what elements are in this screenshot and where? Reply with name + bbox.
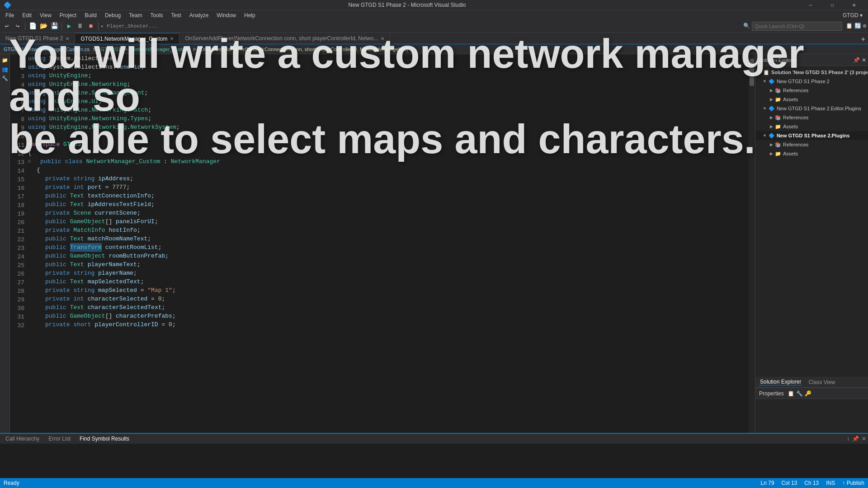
se-assets-ep[interactable]: ▶ 📁 Assets (755, 122, 868, 131)
code-line-7: using UnityEngine.Networking.Match; (28, 106, 749, 114)
solution-tree: ▼ 📋 Solution 'New GTGD S1 Phase 2' (3 pr… (755, 66, 868, 377)
se-references-pl[interactable]: ▶ 📚 References (755, 140, 868, 149)
tab-class-view[interactable]: Class View (807, 379, 836, 385)
ln-14: 14 (10, 167, 24, 175)
se-assets1[interactable]: ▶ 📁 Assets (755, 95, 868, 104)
prop-icon-1[interactable]: 📋 (788, 390, 794, 397)
menu-debug[interactable]: Debug (101, 11, 124, 19)
toolbar-sep2 (61, 22, 62, 30)
btab-find-symbol[interactable]: Find Symbol Results (76, 435, 133, 443)
bottom-content (0, 444, 868, 479)
right-panel-solution-btn[interactable]: Solution Explorer (757, 57, 799, 63)
menu-project[interactable]: Project (56, 11, 80, 19)
debug-stop-button[interactable]: ■ (86, 21, 96, 31)
assets-pl-icon: 📁 (775, 151, 781, 157)
ln-24: 24 (10, 253, 24, 261)
code-line-8: using UnityEngine.Networking.Types; (28, 114, 749, 123)
tab-solution-explorer[interactable]: Solution Explorer (759, 379, 802, 385)
properties-title: Properties (759, 390, 784, 397)
close-button[interactable]: ✕ (844, 0, 864, 10)
maximize-button[interactable]: □ (822, 0, 843, 10)
tab-solution-label: New GTGD S1 Phase 2 (5, 35, 63, 42)
prop-icon-3[interactable]: 🔑 (805, 390, 811, 397)
se-assets-pl[interactable]: ▶ 📁 Assets (755, 149, 868, 158)
menu-window[interactable]: Window (213, 11, 240, 19)
btab-close-icon[interactable]: ✕ (862, 436, 866, 442)
menu-view[interactable]: View (36, 11, 55, 19)
ln-12: 12 (10, 150, 24, 158)
bottom-tabs: Call Hierarchy Error List Find Symbol Re… (0, 434, 868, 444)
tab-onserveraddplayer[interactable]: OnServerAddPlayer(NetworkConnection conn… (179, 33, 390, 44)
settings-icon[interactable]: ⚙ (863, 23, 866, 29)
code-line-9: using UnityEngine.Networking.NetworkSyst… (28, 123, 749, 131)
menu-build[interactable]: Build (81, 11, 100, 19)
pl-icon: 🔷 (769, 133, 775, 139)
btab-call-hierarchy[interactable]: Call Hierarchy (2, 435, 43, 443)
tab-close-networkmanager[interactable]: ✕ (170, 36, 174, 41)
debug-start-button[interactable]: ▶ (64, 21, 74, 31)
toolbar-separator (25, 22, 25, 30)
se-references1[interactable]: ▶ 📚 References (755, 86, 868, 95)
menu-tools[interactable]: Tools (147, 11, 167, 19)
tab-solution[interactable]: New GTGD S1 Phase 2 ✕ (0, 33, 75, 44)
se-project1[interactable]: ▼ 🔷 New GTGD S1 Phase 2 (755, 77, 868, 86)
code-line-10 (28, 131, 749, 140)
btab-pin-icon[interactable]: 📌 (852, 436, 859, 442)
code-line-29: private int characterSelected = 0; (28, 295, 749, 303)
new-file-button[interactable]: 📄 (28, 21, 38, 31)
scrollbar-thumb[interactable] (750, 59, 754, 86)
open-button[interactable]: 📂 (38, 21, 48, 31)
tab-networkmanager[interactable]: GTGDS1.NetworkManager_Custom ✕ (75, 33, 179, 44)
ref-ep-icon: 📚 (775, 115, 781, 121)
refresh-icon[interactable]: 🔄 (854, 23, 861, 29)
right-panel-close-icon[interactable]: ✕ (862, 57, 866, 63)
ln-23: 23 (10, 244, 24, 253)
menu-analyze[interactable]: Analyze (186, 11, 212, 19)
se-solution-root[interactable]: ▼ 📋 Solution 'New GTGD S1 Phase 2' (3 pr… (755, 68, 868, 77)
editor-scrollbar[interactable] (749, 54, 755, 433)
solution-explorer-icon[interactable]: 📋 (846, 23, 853, 29)
btab-sort-icon[interactable]: ↕ (847, 436, 849, 442)
undo-button[interactable]: ↩ (2, 21, 12, 31)
code-line-32: private short playerControllerID = 0; (28, 320, 749, 329)
prop-icon-2[interactable]: 🔧 (796, 390, 803, 397)
se-plugins[interactable]: ▼ 🔷 New GTGD S1 Phase 2.Plugins (755, 131, 868, 140)
toolbar-sep3 (98, 22, 99, 30)
tab-close-solution[interactable]: ✕ (66, 36, 69, 41)
status-publish[interactable]: ↑ Publish (842, 480, 864, 486)
menu-help[interactable]: Help (241, 11, 259, 19)
sidebar-server-icon[interactable]: 🔧 (1, 74, 9, 82)
code-content[interactable]: using System.Collections; using System.C… (28, 54, 749, 433)
references1-icon: 📚 (775, 88, 781, 94)
menu-file[interactable]: File (2, 11, 18, 19)
menu-team[interactable]: Team (125, 11, 146, 19)
menu-test[interactable]: Test (168, 11, 185, 19)
ln-31: 31 (10, 313, 24, 321)
btab-error-list[interactable]: Error List (45, 435, 74, 443)
menu-edit[interactable]: Edit (19, 11, 35, 19)
sidebar-team-icon[interactable]: 👥 (1, 65, 9, 73)
new-tab-button[interactable]: + (858, 36, 868, 44)
right-panel-pin-icon[interactable]: 📌 (853, 57, 860, 63)
tab-close-onserveraddplayer[interactable]: ✕ (381, 36, 384, 41)
save-button[interactable]: 💾 (49, 21, 59, 31)
sidebar-solution-icon[interactable]: 📁 (1, 56, 9, 64)
code-editor[interactable]: 1 2 3 4 5 6 7 8 9 10 11 12 13 14 15 16 1… (10, 54, 755, 433)
code-line-19: private Scene currentScene; (28, 209, 749, 217)
status-ins: INS (826, 480, 835, 486)
debug-pause-button[interactable]: ⏸ (75, 21, 85, 31)
se-editor-plugins[interactable]: ▼ 🔷 New GTGD S1 Phase 2.Editor.Plugins (755, 104, 868, 113)
minimize-button[interactable]: ─ (800, 0, 821, 10)
code-line-22: public Text matchRoomNameText; (28, 235, 749, 243)
ln-15: 15 (10, 175, 24, 184)
ln-3: 3 (10, 72, 24, 81)
se-references-ep[interactable]: ▶ 📚 References (755, 113, 868, 122)
code-line-30: public Text characterSelectedText; (28, 303, 749, 312)
right-panel-tabs: Solution Explorer Class View (755, 377, 868, 388)
se-ep-label: New GTGD S1 Phase 2.Editor.Plugins (777, 106, 861, 111)
tabs-row: New GTGD S1 Phase 2 ✕ GTGDS1.NetworkMana… (0, 33, 868, 44)
ln-11: 11 (10, 141, 24, 150)
tab-networkmanager-label: GTGDS1.NetworkManager_Custom (80, 36, 167, 42)
redo-button[interactable]: ↪ (13, 21, 23, 31)
quick-launch-input[interactable] (752, 22, 842, 31)
